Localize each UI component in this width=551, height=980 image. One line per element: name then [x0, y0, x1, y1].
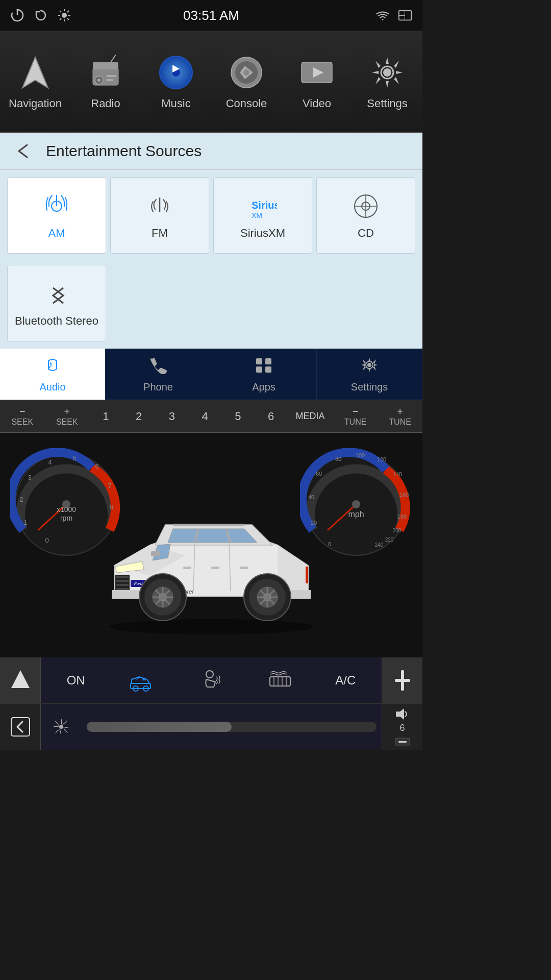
apps-tab-icon: [254, 356, 274, 378]
svg-rect-43: [265, 366, 271, 373]
console-icon: [226, 52, 267, 93]
svg-marker-126: [396, 708, 404, 720]
svg-text:240: 240: [375, 542, 384, 548]
climate-fan-up-button[interactable]: [0, 657, 41, 703]
svg-point-115: [206, 671, 213, 678]
media-button[interactable]: MEDIA: [296, 411, 325, 422]
nav-item-radio[interactable]: Radio: [70, 52, 141, 110]
svg-text:3: 3: [28, 474, 31, 481]
svg-text:Sirius: Sirius: [252, 200, 277, 211]
fan-icon-left: [41, 704, 82, 750]
svg-rect-123: [11, 718, 30, 736]
source-cd[interactable]: CD: [316, 177, 415, 254]
status-left-icons: [10, 8, 71, 22]
preset-5-button[interactable]: 5: [230, 408, 246, 425]
ent-back-button[interactable]: [10, 141, 36, 161]
settings-tab-icon: [359, 356, 380, 378]
cd-icon: [350, 191, 381, 222]
svg-line-8: [67, 18, 69, 20]
siriusxm-label: SiriusXM: [240, 227, 285, 240]
climate-on-button[interactable]: ON: [67, 673, 85, 688]
svg-rect-71: [151, 551, 160, 556]
svg-point-60: [109, 619, 313, 634]
svg-point-30: [383, 68, 391, 77]
bottom-tabs: ♪ Audio Phone Apps: [0, 349, 422, 400]
svg-text:40: 40: [308, 494, 314, 500]
tab-apps[interactable]: Apps: [211, 349, 317, 400]
svg-rect-63: [116, 584, 129, 586]
svg-rect-12: [405, 11, 405, 20]
preset-3-button[interactable]: 3: [164, 408, 180, 425]
fm-label: FM: [152, 227, 168, 240]
svg-rect-128: [398, 741, 407, 743]
svg-point-124: [59, 725, 63, 729]
audio-tab-icon: ♪: [42, 356, 63, 378]
phone-tab-icon: [148, 356, 168, 378]
source-siriusxm[interactable]: Sirius XM SiriusXM: [213, 177, 312, 254]
svg-rect-13: [399, 15, 405, 16]
svg-text:1: 1: [23, 519, 27, 526]
preset-1-button[interactable]: 1: [97, 408, 114, 425]
nav-item-settings[interactable]: Settings: [352, 52, 422, 110]
preset-4-button[interactable]: 4: [196, 408, 213, 425]
tab-settings[interactable]: Settings: [317, 349, 422, 400]
phone-tab-label: Phone: [143, 381, 173, 393]
svg-point-18: [97, 79, 101, 82]
ent-row2: Bluetooth Stereo: [0, 261, 422, 349]
svg-line-21: [111, 55, 116, 62]
svg-text:x1000: x1000: [57, 505, 76, 513]
status-right-icons: [375, 8, 412, 22]
tab-phone[interactable]: Phone: [106, 349, 211, 400]
wifi-icon: [375, 8, 390, 22]
fan-speed-slider[interactable]: [82, 704, 382, 750]
source-bluetooth[interactable]: Bluetooth Stereo: [7, 265, 106, 341]
refresh-icon[interactable]: [34, 8, 48, 22]
tab-audio[interactable]: ♪ Audio: [0, 349, 106, 400]
climate-recirculate-button[interactable]: [127, 669, 155, 692]
power-icon[interactable]: [10, 8, 24, 22]
brightness-icon[interactable]: [57, 8, 71, 22]
nav-item-music[interactable]: Music: [141, 52, 211, 110]
source-fm[interactable]: FM: [110, 177, 209, 254]
svg-text:rpm: rpm: [60, 514, 72, 522]
svg-point-45: [367, 363, 371, 367]
tune-plus-button[interactable]: + TUNE: [386, 406, 414, 427]
volume-down-button[interactable]: [395, 738, 410, 746]
ent-header: Entertainment Sources: [0, 133, 422, 170]
svg-text:120: 120: [377, 456, 386, 462]
tune-minus-button[interactable]: − TUNE: [341, 406, 369, 427]
nav-item-console[interactable]: Console: [211, 52, 282, 110]
nav-item-video[interactable]: Video: [282, 52, 352, 110]
climate-ac-button[interactable]: A/C: [335, 673, 356, 688]
seek-minus-button[interactable]: − SEEK: [8, 406, 36, 427]
speed-gauge: 0 20 40 60 80 100 120 140 160 180 200 22…: [300, 448, 412, 560]
nav-item-navigation[interactable]: Navigation: [0, 52, 70, 110]
svg-rect-20: [106, 79, 113, 81]
climate-seat-heat-button[interactable]: [196, 669, 224, 692]
svg-rect-90: [183, 567, 191, 569]
entertainment-panel: Entertainment Sources AM: [0, 133, 422, 349]
radio-icon: [85, 52, 126, 93]
source-am[interactable]: AM: [7, 177, 106, 254]
cd-label: CD: [358, 227, 374, 240]
video-icon: [296, 52, 337, 93]
navigation-icon: [15, 52, 56, 93]
volume-up-button[interactable]: [382, 657, 422, 703]
svg-rect-16: [93, 62, 118, 69]
preset-6-button[interactable]: 6: [263, 408, 279, 425]
seek-plus-button[interactable]: + SEEK: [53, 406, 81, 427]
status-time: 03:51 AM: [183, 8, 239, 23]
svg-rect-70: [173, 524, 244, 526]
fan-bar: 6: [0, 703, 422, 749]
svg-rect-41: [265, 358, 271, 364]
preset-2-button[interactable]: 2: [131, 408, 147, 425]
svg-point-26: [243, 69, 249, 76]
svg-text:♪: ♪: [47, 358, 53, 371]
top-nav: Navigation Radio: [0, 31, 422, 133]
svg-marker-14: [22, 57, 48, 88]
climate-defrost-button[interactable]: [266, 669, 294, 692]
svg-line-7: [60, 11, 61, 12]
back-button[interactable]: [0, 704, 41, 750]
svg-line-10: [60, 18, 61, 20]
audio-tab-label: Audio: [39, 381, 65, 393]
